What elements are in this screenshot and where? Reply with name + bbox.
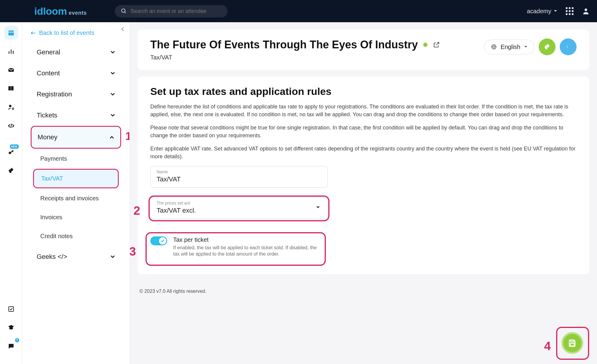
back-link[interactable]: Back to list of events <box>31 27 121 42</box>
content-card: Set up tax rates and application rules D… <box>138 77 589 274</box>
svg-point-15 <box>9 152 11 154</box>
search-icon <box>121 8 127 14</box>
logo[interactable]: idloom events <box>34 5 87 17</box>
svg-point-12 <box>9 105 11 107</box>
paragraph-3: Enter applicable VAT rate. Set advanced … <box>150 145 577 160</box>
event-title: The Future Of Events Through The Eyes Of… <box>150 38 418 51</box>
settings-button[interactable] <box>539 38 556 55</box>
nav-tickets[interactable]: Tickets <box>31 105 121 126</box>
rail-key[interactable]: NEW <box>4 145 18 159</box>
annotation-1: 1 <box>125 130 130 143</box>
logo-main: idloom <box>34 5 67 17</box>
svg-point-25 <box>567 47 568 48</box>
rail-calendar[interactable] <box>4 26 18 40</box>
rail-education[interactable] <box>4 321 18 335</box>
prices-select[interactable]: The prices set are Tax/VAT excl. <box>150 197 328 219</box>
user-icon[interactable] <box>582 7 590 15</box>
toggle-title: Tax per ticket <box>173 236 319 243</box>
svg-rect-26 <box>571 340 574 342</box>
chevron-down-icon <box>110 255 115 259</box>
rail-code[interactable] <box>4 119 18 133</box>
sidenav: Back to list of events General Content R… <box>22 22 130 364</box>
chevron-down-icon <box>110 71 115 75</box>
nav-payments[interactable]: Payments <box>33 150 119 168</box>
rail-user-settings[interactable] <box>4 100 18 114</box>
chevron-down-icon <box>110 50 115 54</box>
name-label: Name <box>157 169 321 174</box>
caret-down-icon <box>524 46 528 48</box>
logo-sub: events <box>69 10 87 16</box>
svg-rect-17 <box>9 307 14 311</box>
caret-down-icon <box>554 10 557 12</box>
rail-chat[interactable]: ? <box>4 339 18 353</box>
account-label: academy <box>527 8 551 15</box>
more-button[interactable] <box>560 38 577 55</box>
nav-money-sub: Payments Tax/VAT Receipts and invoices I… <box>31 150 121 245</box>
annotation-2: 2 <box>133 204 140 217</box>
topbar-right: academy <box>527 7 590 15</box>
caret-down-icon <box>316 206 320 209</box>
nav-content[interactable]: Content <box>31 63 121 84</box>
nav-geeks[interactable]: Geeks </> <box>31 246 121 267</box>
icon-rail: NEW ? <box>0 22 22 364</box>
toggle-desc: If enabled, the tax will be applied to e… <box>173 244 319 257</box>
annotation-3: 3 <box>130 245 136 258</box>
apps-grid-icon[interactable] <box>566 7 574 15</box>
nav-credit[interactable]: Credit notes <box>33 227 119 245</box>
rail-tasks[interactable] <box>4 302 18 316</box>
chevron-up-icon <box>109 135 114 139</box>
save-button[interactable] <box>562 332 583 354</box>
svg-line-1 <box>125 12 126 13</box>
svg-point-0 <box>122 9 125 13</box>
tax-per-ticket-toggle[interactable] <box>150 236 167 245</box>
chevron-down-icon <box>110 114 115 117</box>
chevron-down-icon <box>110 93 115 96</box>
svg-point-13 <box>12 108 14 110</box>
new-badge: NEW <box>10 144 19 149</box>
section-heading: Set up tax rates and application rules <box>150 86 577 97</box>
svg-point-23 <box>567 46 568 46</box>
arrow-left-icon <box>31 31 36 35</box>
status-dot <box>423 43 427 47</box>
collapse-sidenav[interactable] <box>119 25 127 33</box>
nav-receipts[interactable]: Receipts and invoices <box>33 190 119 207</box>
nav-money[interactable]: Money <box>31 126 121 149</box>
rail-docs[interactable] <box>4 82 18 96</box>
rail-mail[interactable] <box>4 63 18 77</box>
rail-settings[interactable] <box>4 164 18 177</box>
copyright: © 2023 v7.0 All rights reserved. <box>139 289 207 294</box>
nav-taxvat[interactable]: Tax/VAT <box>33 169 119 188</box>
language-select[interactable]: English <box>484 40 534 54</box>
svg-rect-27 <box>571 343 574 346</box>
main-area: The Future Of Events Through The Eyes Of… <box>130 22 597 364</box>
nav-registration[interactable]: Registration <box>31 84 121 105</box>
paragraph-1: Define hereunder the list of conditions … <box>150 103 577 118</box>
topbar: idloom events academy <box>0 0 597 22</box>
svg-line-14 <box>11 124 11 128</box>
globe-icon <box>491 44 497 50</box>
search-input[interactable] <box>130 8 222 14</box>
prices-value: Tax/VAT excl. <box>157 207 196 214</box>
name-field[interactable]: Name <box>150 166 328 188</box>
external-link-icon[interactable] <box>433 41 440 48</box>
toggle-knob <box>159 237 166 244</box>
nav-general[interactable]: General <box>31 42 121 63</box>
breadcrumb: Tax/VAT <box>150 54 440 61</box>
back-label: Back to list of events <box>39 29 94 36</box>
prices-label: The prices set are <box>157 201 196 205</box>
language-label: English <box>501 44 520 50</box>
help-badge: ? <box>15 338 19 342</box>
rail-analytics[interactable] <box>4 44 18 58</box>
search-bar[interactable] <box>115 5 228 17</box>
svg-point-24 <box>567 47 568 47</box>
nav-invoices[interactable]: Invoices <box>33 208 119 226</box>
header-card: The Future Of Events Through The Eyes Of… <box>138 29 589 70</box>
svg-point-2 <box>585 8 587 11</box>
footer: © 2023 v7.0 All rights reserved. <box>138 281 589 299</box>
account-menu[interactable]: academy <box>527 8 557 15</box>
name-input[interactable] <box>157 175 321 183</box>
paragraph-2: Please note that several conditions migh… <box>150 124 577 139</box>
